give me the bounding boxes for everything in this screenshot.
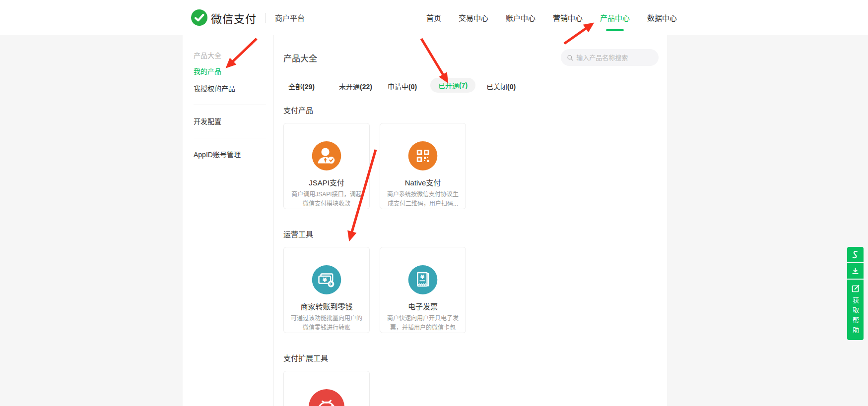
svg-text:¥: ¥ — [323, 277, 327, 284]
feedback-icon — [851, 284, 860, 293]
page-title: 产品大全 — [283, 52, 317, 64]
nav-item-data-center[interactable]: 数据中心 — [647, 12, 677, 23]
product-card-einvoice[interactable]: ¥ 电子发票 商户快速向用户开具电子发票，并插用户的微信卡包 — [380, 247, 466, 333]
help-toolbar: 获取帮助 — [847, 247, 864, 341]
sidebar-item-all-products[interactable]: 产品大全 — [194, 50, 221, 60]
nav-item-product-center-label: 产品中心 — [600, 14, 630, 22]
sidebar-item-my-products[interactable]: 我的产品 — [194, 66, 221, 76]
brand[interactable]: 微信支付 商户平台 — [191, 9, 305, 26]
nav-item-home[interactable]: 首页 — [426, 12, 441, 23]
transfer-icon: ¥ — [309, 265, 344, 294]
quick-link-button[interactable] — [847, 247, 864, 262]
brand-divider — [266, 13, 266, 23]
sidebar-item-authorized-products[interactable]: 我授权的产品 — [194, 83, 235, 93]
product-desc-jsapi: 商户调用JSAPI接口，调起微信支付模块收款 — [284, 190, 369, 209]
product-desc-native: 商户系统按微信支付协议生成支付二维码，用户扫码... — [380, 190, 466, 209]
link-icon — [851, 250, 860, 259]
tab-all-count: (29) — [302, 83, 315, 91]
wechat-pay-logo-icon — [191, 9, 207, 26]
download-button[interactable] — [847, 263, 864, 279]
tab-not-activated-count: (22) — [360, 83, 372, 91]
product-card-jsapi[interactable]: JSAPI支付 商户调用JSAPI接口，调起微信支付模块收款 — [283, 123, 370, 209]
download-icon — [851, 267, 860, 275]
top-header: 微信支付 商户平台 首页 交易中心 账户中心 营销中心 产品中心 数据中心 — [0, 0, 868, 35]
tab-not-activated-label: 未开通 — [339, 83, 360, 91]
brand-name: 微信支付 — [211, 10, 257, 26]
section-payment-products: 支付产品 — [283, 105, 313, 115]
product-card-transfer[interactable]: ¥ 商家转账到零钱 可通过该功能批量向用户的微信零钱进行转账 — [283, 247, 370, 333]
product-title-native: Native支付 — [405, 177, 441, 187]
nav-item-marketing-center[interactable]: 营销中心 — [553, 12, 583, 23]
active-nav-underline — [606, 29, 624, 31]
product-desc-einvoice: 商户快速向用户开具电子发票，并插用户的微信卡包 — [380, 314, 466, 333]
tab-activated-count: (7) — [459, 81, 467, 89]
product-card-native[interactable]: Native支付 商户系统按微信支付协议生成支付二维码，用户扫码... — [380, 123, 466, 209]
person-check-icon — [309, 141, 344, 171]
content-panel: 产品大全 我的产品 我授权的产品 开发配置 AppID账号管理 — [183, 35, 667, 406]
tab-all[interactable]: 全部(29) — [288, 81, 315, 91]
section-operation-tools: 运营工具 — [283, 229, 313, 239]
get-help-label: 获取帮助 — [852, 297, 859, 337]
nav-item-trade-center[interactable]: 交易中心 — [459, 12, 488, 23]
tab-closed-count: (0) — [507, 83, 516, 91]
get-help-button[interactable]: 获取帮助 — [847, 280, 864, 340]
product-title-transfer: 商家转账到零钱 — [300, 301, 352, 311]
tab-closed-label: 已关闭 — [486, 83, 507, 91]
invoice-icon: ¥ — [405, 265, 441, 294]
red-packet-check-icon — [309, 389, 344, 406]
nav-item-product-center[interactable]: 产品中心 — [600, 12, 630, 23]
product-desc-transfer: 可通过该功能批量向用户的微信零钱进行转账 — [284, 314, 369, 333]
tab-applying[interactable]: 申请中(0) — [388, 81, 417, 91]
tab-all-label: 全部 — [288, 83, 302, 91]
sidebar: 产品大全 我的产品 我授权的产品 开发配置 AppID账号管理 — [183, 35, 274, 406]
sidebar-divider — [194, 138, 266, 138]
sidebar-divider — [194, 105, 266, 105]
portal-name: 商户平台 — [275, 12, 305, 23]
tab-applying-count: (0) — [408, 83, 417, 91]
tab-not-activated[interactable]: 未开通(22) — [339, 81, 372, 91]
search-input[interactable] — [576, 54, 653, 61]
tab-applying-label: 申请中 — [388, 83, 408, 91]
sidebar-item-appid-management[interactable]: AppID账号管理 — [194, 149, 241, 159]
sidebar-item-dev-config[interactable]: 开发配置 — [194, 116, 221, 126]
product-card-partial[interactable] — [283, 371, 370, 406]
product-title-einvoice: 电子发票 — [408, 301, 438, 311]
main-nav: 首页 交易中心 账户中心 营销中心 产品中心 数据中心 — [426, 0, 677, 35]
search-icon — [567, 54, 573, 61]
svg-text:¥: ¥ — [420, 274, 424, 281]
tab-activated-label: 已开通 — [438, 80, 459, 90]
product-title-jsapi: JSAPI支付 — [309, 177, 344, 187]
section-payment-extension-tools: 支付扩展工具 — [283, 352, 328, 363]
nav-item-account-center[interactable]: 账户中心 — [506, 12, 535, 23]
tab-activated[interactable]: 已开通(7) — [430, 78, 475, 93]
product-search-box — [561, 49, 659, 66]
tab-closed[interactable]: 已关闭(0) — [486, 81, 516, 91]
qrcode-icon — [405, 141, 441, 171]
